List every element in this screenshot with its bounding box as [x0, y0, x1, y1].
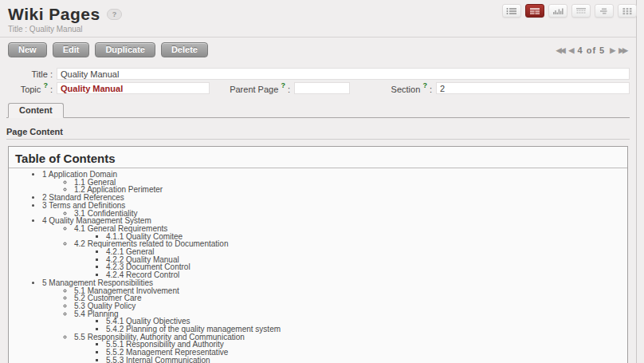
form-fields: Title : Topic ? : Parent Page ? : Sectio… — [6, 68, 630, 94]
calendar-icon — [575, 7, 587, 15]
graph-icon — [552, 7, 564, 15]
wiki-page-form: Wiki Pages ? Title : Quality Manual New … — [0, 0, 637, 363]
pager-next-icon[interactable]: ▶ — [610, 46, 614, 54]
parent-page-help-icon[interactable]: ? — [281, 81, 285, 89]
list-icon — [506, 7, 517, 15]
parent-page-field-label: Parent Page ? : — [214, 82, 290, 94]
toc-item[interactable]: 5.1 Management Involvement — [74, 287, 627, 295]
parent-page-field-input[interactable] — [294, 82, 350, 94]
section-field-label: Section ? : — [354, 82, 432, 94]
toc-item[interactable]: 4.2.3 Document Control — [106, 263, 627, 271]
kanban-icon — [622, 7, 633, 15]
page-title: Wiki Pages — [8, 5, 100, 24]
section-field-input[interactable] — [436, 82, 630, 94]
title-field-input[interactable] — [57, 68, 630, 80]
topic-field-input[interactable] — [57, 82, 210, 94]
topic-field-label: Topic ? : — [6, 82, 53, 94]
toc-item[interactable]: 3 Terms and Definitions3.1 Confidentiali… — [42, 202, 627, 217]
new-button[interactable]: New — [8, 42, 47, 57]
view-switcher — [502, 4, 637, 18]
gantt-icon — [599, 7, 610, 15]
toc-item[interactable]: 4 Quality Management System4.1 General R… — [42, 217, 627, 279]
graph-view-icon[interactable] — [548, 4, 567, 18]
kanban-view-icon[interactable] — [618, 4, 637, 18]
title-field-label: Title : — [6, 69, 53, 79]
form-view-icon[interactable] — [525, 4, 544, 18]
toc-item[interactable]: 5 Management Responsibilities5.1 Managem… — [42, 279, 627, 363]
pager-count: 4 of 5 — [578, 45, 606, 55]
toc-item[interactable]: 5.2 Customer Care — [74, 294, 627, 302]
gantt-view-icon[interactable] — [595, 4, 614, 18]
toc-item[interactable]: 1 Application Domain1.1 General1.2 Appli… — [42, 171, 627, 194]
table-of-contents: 1 Application Domain1.1 General1.2 Appli… — [9, 168, 627, 363]
form-icon — [529, 7, 540, 15]
toc-item[interactable]: 5.3 Quality Policy — [74, 302, 627, 310]
calendar-view-icon[interactable] — [571, 4, 591, 18]
toc-item[interactable]: 4.2.4 Record Control — [106, 271, 627, 279]
edit-button[interactable]: Edit — [53, 42, 90, 57]
toc-item[interactable]: 3.1 Confidentiality — [74, 210, 627, 218]
notebook-tabs: Content — [6, 102, 630, 118]
toc-item[interactable]: 2 Standard References — [42, 194, 627, 202]
list-view-icon[interactable] — [502, 4, 521, 18]
pager-last-icon[interactable]: ▶▶ — [618, 46, 626, 54]
wiki-rendered-content: Table of Contents 1 Application Domain1.… — [8, 146, 628, 363]
title-help-icon[interactable]: ? — [107, 9, 123, 20]
toc-item[interactable]: 4.2 Requirements related to Documentatio… — [74, 240, 627, 279]
toolbar: New Edit Duplicate Delete ◀◀ ◀ 4 of 5 ▶ … — [0, 37, 636, 61]
toc-item[interactable]: 4.1 General Requirements4.1.1 Quality Co… — [74, 225, 627, 240]
record-pager: ◀◀ ◀ 4 of 5 ▶ ▶▶ — [556, 45, 628, 55]
toc-title: Table of Contents — [9, 147, 627, 168]
toc-item[interactable]: 5.4 Planning5.4.1 Quality Objectives5.4.… — [74, 310, 627, 333]
section-help-icon[interactable]: ? — [422, 81, 427, 89]
topic-help-icon[interactable]: ? — [43, 81, 48, 89]
delete-button[interactable]: Delete — [161, 42, 208, 57]
tab-content[interactable]: Content — [8, 103, 64, 118]
toc-item[interactable]: 5.5.3 Internal Communication — [106, 357, 627, 363]
record-subtitle: Title : Quality Manual — [8, 25, 628, 34]
pager-prev-icon[interactable]: ◀ — [569, 46, 573, 54]
toc-item[interactable]: 1.2 Application Perimeter — [74, 186, 627, 194]
toc-item[interactable]: 4.2.1 General — [106, 248, 627, 256]
pager-first-icon[interactable]: ◀◀ — [556, 46, 564, 54]
duplicate-button[interactable]: Duplicate — [95, 42, 155, 57]
page-content-separator: Page Content — [6, 127, 630, 140]
toc-item[interactable]: 5.5 Responsibility, Authority and Commun… — [74, 333, 627, 363]
